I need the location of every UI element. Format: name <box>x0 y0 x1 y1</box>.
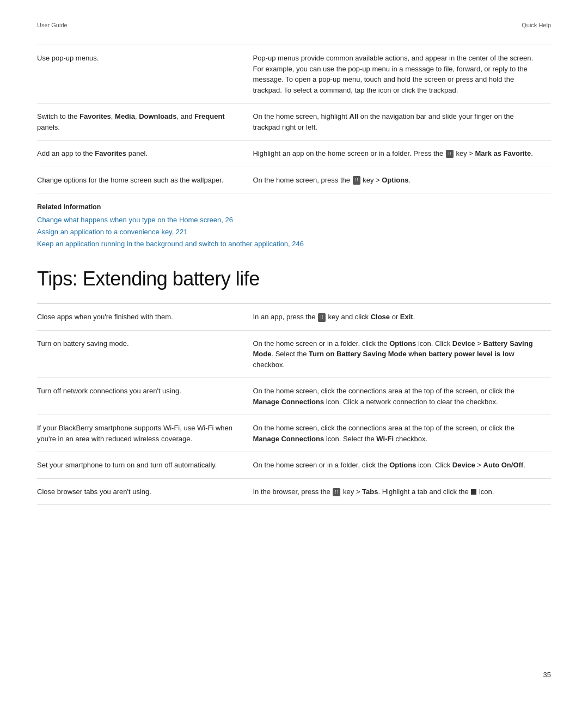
action-cell: Switch to the Favorites, Media, Download… <box>37 104 253 141</box>
table-row: Use pop-up menus. Pop-up menus provide c… <box>37 45 551 104</box>
action-text: Use pop-up menus. <box>37 54 99 62</box>
table-row: Turn off network connections you aren't … <box>37 378 551 415</box>
action-text: Add an app to the Favorites panel. <box>37 149 148 157</box>
description-text: On the home screen or in a folder, click… <box>253 461 525 469</box>
menu-key-icon: ⁝⁝ <box>446 150 454 159</box>
header-left: User Guide <box>37 22 68 28</box>
action-cell: Change options for the home screen such … <box>37 167 253 193</box>
action-cell: Turn off network connections you aren't … <box>37 378 253 415</box>
description-cell: On the home screen or in a folder, click… <box>253 330 551 378</box>
top-table: Use pop-up menus. Pop-up menus provide c… <box>37 45 551 193</box>
page-header: User Guide Quick Help <box>37 22 551 28</box>
battery-table: Close apps when you're finished with the… <box>37 304 551 505</box>
table-row: Set your smartphone to turn on and turn … <box>37 452 551 479</box>
menu-key-icon: ⁝⁝ <box>318 313 326 322</box>
related-link-1[interactable]: Change what happens when you type on the… <box>37 214 551 226</box>
description-cell: On the home screen or in a folder, click… <box>253 452 551 479</box>
description-text: On the home screen or in a folder, click… <box>253 339 532 369</box>
action-text: Change options for the home screen such … <box>37 176 224 184</box>
description-text: In an app, press the ⁝⁝ key and click Cl… <box>253 313 415 321</box>
description-cell: In the browser, press the ⁝⁝ key > Tabs.… <box>253 478 551 505</box>
action-text: Turn off network connections you aren't … <box>37 387 181 395</box>
related-link-2[interactable]: Assign an application to a convenience k… <box>37 226 551 238</box>
action-text: Close apps when you're finished with the… <box>37 313 173 321</box>
page-number: 35 <box>543 671 551 679</box>
section-title: Tips: Extending battery life <box>37 267 551 290</box>
related-information: Related information Change what happens … <box>37 203 551 250</box>
table-row: Close browser tabs you aren't using. In … <box>37 478 551 505</box>
table-row: Turn on battery saving mode. On the home… <box>37 330 551 378</box>
action-text: Switch to the Favorites, Media, Download… <box>37 112 225 131</box>
table-row: Close apps when you're finished with the… <box>37 304 551 330</box>
description-cell: On the home screen, click the connection… <box>253 378 551 415</box>
action-cell: Set your smartphone to turn on and turn … <box>37 452 253 479</box>
description-text: On the home screen, press the ⁝⁝ key > O… <box>253 176 411 184</box>
table-row: If your BlackBerry smartphone supports W… <box>37 415 551 452</box>
description-text: Highlight an app on the home screen or i… <box>253 149 532 157</box>
description-cell: Pop-up menus provide common available ac… <box>253 45 551 104</box>
table-row: Change options for the home screen such … <box>37 167 551 193</box>
square-icon <box>471 489 476 495</box>
description-cell: In an app, press the ⁝⁝ key and click Cl… <box>253 304 551 330</box>
description-text: On the home screen, click the connection… <box>253 424 514 443</box>
description-cell: On the home screen, highlight All on the… <box>253 104 551 141</box>
description-cell: On the home screen, press the ⁝⁝ key > O… <box>253 167 551 193</box>
menu-key-icon: ⁝⁝ <box>333 488 340 497</box>
description-text: In the browser, press the ⁝⁝ key > Tabs.… <box>253 488 494 496</box>
description-cell: Highlight an app on the home screen or i… <box>253 141 551 167</box>
menu-key-icon: ⁝⁝ <box>353 176 360 185</box>
table-row: Add an app to the Favorites panel. Highl… <box>37 141 551 167</box>
header-right: Quick Help <box>522 22 551 28</box>
description-text: On the home screen, highlight All on the… <box>253 112 513 131</box>
description-text: On the home screen, click the connection… <box>253 387 514 406</box>
action-cell: Close apps when you're finished with the… <box>37 304 253 330</box>
action-cell: Add an app to the Favorites panel. <box>37 141 253 167</box>
description-text: Pop-up menus provide common available ac… <box>253 54 533 94</box>
action-text: Set your smartphone to turn on and turn … <box>37 461 217 469</box>
description-cell: On the home screen, click the connection… <box>253 415 551 452</box>
table-row: Switch to the Favorites, Media, Download… <box>37 104 551 141</box>
action-cell: Turn on battery saving mode. <box>37 330 253 378</box>
action-text: If your BlackBerry smartphone supports W… <box>37 424 232 443</box>
action-cell: If your BlackBerry smartphone supports W… <box>37 415 253 452</box>
related-link-3[interactable]: Keep an application running in the backg… <box>37 238 551 250</box>
action-cell: Use pop-up menus. <box>37 45 253 104</box>
action-text: Turn on battery saving mode. <box>37 339 129 348</box>
action-text: Close browser tabs you aren't using. <box>37 488 151 496</box>
related-info-title: Related information <box>37 203 551 211</box>
action-cell: Close browser tabs you aren't using. <box>37 478 253 505</box>
